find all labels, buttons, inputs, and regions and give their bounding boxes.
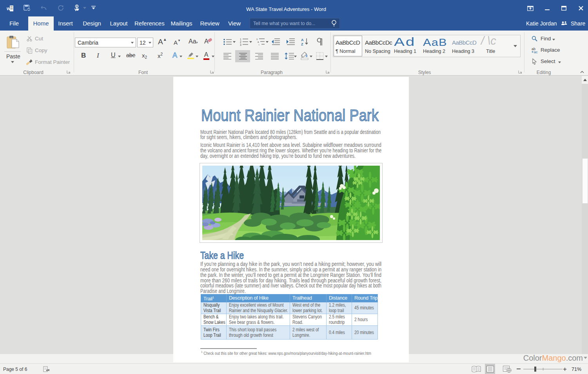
svg-text:2: 2 (240, 41, 241, 43)
svg-text:Z: Z (301, 42, 303, 46)
svg-text:a: a (258, 41, 259, 43)
svg-text:1: 1 (240, 38, 241, 41)
svg-text:A: A (301, 38, 304, 42)
svg-text:ac: ac (534, 50, 538, 54)
svg-text:i: i (259, 43, 259, 46)
svg-text:3: 3 (240, 43, 241, 46)
svg-text:1: 1 (256, 38, 258, 40)
